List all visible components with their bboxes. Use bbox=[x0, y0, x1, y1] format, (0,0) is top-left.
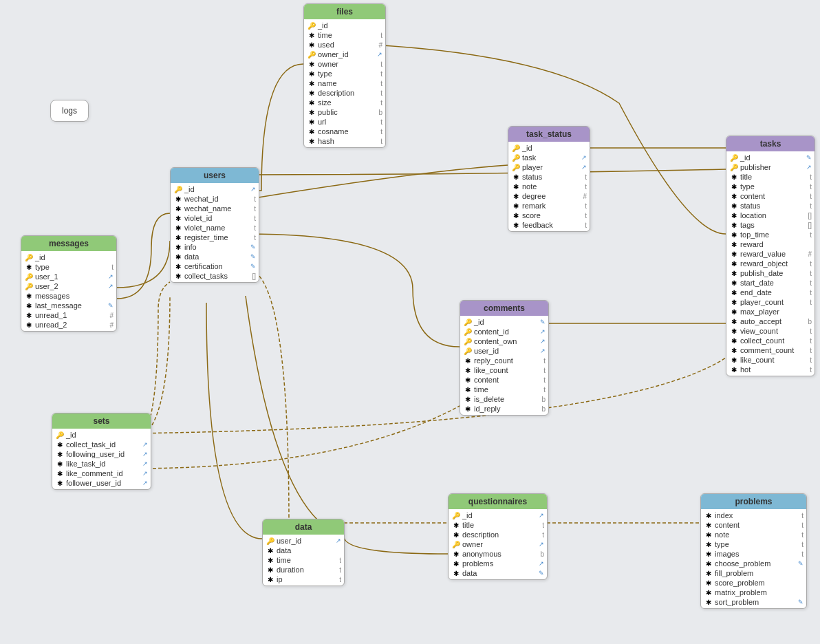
task-status-header: task_status bbox=[508, 127, 590, 142]
bullet-icon: ✱ bbox=[266, 576, 275, 583]
bullet-icon: ✱ bbox=[463, 367, 473, 374]
fk-arrow-icon: ↗ bbox=[108, 273, 114, 280]
fk-icon: 🔑 bbox=[729, 164, 739, 171]
table-row: ✱info✎ bbox=[171, 242, 259, 252]
table-row: ✱like_task_id↗ bbox=[52, 459, 151, 469]
fk-arrow-icon: ↗ bbox=[581, 154, 587, 161]
table-row: 🔑content_own↗ bbox=[460, 336, 548, 346]
messages-body: 🔑_id ✱typet 🔑user_1↗ 🔑user_2↗ ✱messages … bbox=[21, 251, 116, 331]
fk-icon: 🔑 bbox=[463, 328, 473, 336]
table-row: ✱data bbox=[263, 546, 344, 555]
data-table: data 🔑user_id↗ ✱data ✱timet ✱durationt ✱… bbox=[262, 519, 345, 586]
table-row: ✱violet_namet bbox=[171, 223, 259, 233]
bullet-icon: ✱ bbox=[704, 599, 713, 606]
edit-icon: ✎ bbox=[806, 154, 812, 161]
table-row: ✱typet bbox=[304, 69, 385, 78]
table-row: ✱like_countt bbox=[460, 365, 548, 375]
fk-arrow-icon: ↗ bbox=[540, 338, 546, 345]
table-row: 🔑_id bbox=[304, 21, 385, 30]
table-row: ✱descriptiont bbox=[449, 530, 547, 539]
table-row: ✱publish_datet bbox=[726, 268, 814, 278]
bullet-icon: ✱ bbox=[729, 222, 739, 229]
bullet-icon: ✱ bbox=[729, 289, 739, 297]
table-row: 🔑_id bbox=[508, 143, 590, 153]
bullet-icon: ✱ bbox=[55, 460, 65, 468]
table-row: ✱choose_problem✎ bbox=[701, 559, 806, 568]
messages-table: messages 🔑_id ✱typet 🔑user_1↗ 🔑user_2↗ ✱… bbox=[21, 235, 117, 332]
bullet-icon: ✱ bbox=[511, 212, 521, 219]
bullet-icon: ✱ bbox=[307, 109, 316, 116]
problems-table: problems ✱indext ✱contentt ✱notet ✱typet… bbox=[700, 493, 807, 609]
bullet-icon: ✱ bbox=[307, 61, 316, 68]
fk-arrow-icon: ↗ bbox=[377, 51, 382, 58]
table-row: ✱sort_problem✎ bbox=[701, 597, 806, 607]
bullet-icon: ✱ bbox=[704, 579, 713, 587]
bullet-icon: ✱ bbox=[729, 250, 739, 258]
table-row: ✱comment_countt bbox=[726, 345, 814, 355]
fk-arrow-icon: ↗ bbox=[250, 186, 256, 193]
table-row: 🔑user_id↗ bbox=[460, 346, 548, 356]
edit-icon: ✎ bbox=[539, 570, 544, 577]
bullet-icon: ✱ bbox=[729, 328, 739, 335]
users-table: users 🔑_id↗ ✱wechat_idt ✱wechat_namet ✱v… bbox=[170, 167, 259, 283]
bullet-icon: ✱ bbox=[55, 451, 65, 458]
bullet-icon: ✱ bbox=[24, 321, 34, 329]
fk-icon: 🔑 bbox=[451, 541, 461, 548]
bullet-icon: ✱ bbox=[307, 128, 316, 136]
bullet-icon: ✱ bbox=[173, 224, 183, 232]
table-row: ✱notet bbox=[701, 530, 806, 539]
table-row: ✱durationt bbox=[263, 565, 344, 575]
table-row: ✱scoret bbox=[508, 211, 590, 220]
table-row: ✱messages bbox=[21, 291, 116, 301]
table-row: ✱wechat_namet bbox=[171, 204, 259, 213]
table-row: ✱view_countt bbox=[726, 326, 814, 336]
bullet-icon: ✱ bbox=[173, 272, 183, 280]
table-row: ✱max_player bbox=[726, 307, 814, 316]
bullet-icon: ✱ bbox=[729, 183, 739, 191]
edit-icon: ↗ bbox=[539, 512, 544, 519]
table-row: ✱used# bbox=[304, 40, 385, 50]
table-row: 🔑_id↗ bbox=[171, 184, 259, 194]
table-row: 🔑owner_id↗ bbox=[304, 50, 385, 59]
table-row: ✱fill_problem bbox=[701, 568, 806, 578]
table-row: ✱ipt bbox=[263, 575, 344, 584]
bullet-icon: ✱ bbox=[451, 522, 461, 529]
table-row: ✱namet bbox=[304, 78, 385, 88]
table-row: 🔑user_id↗ bbox=[263, 536, 344, 546]
canvas: logs files 🔑_id ✱timet ✱used# 🔑owner_id↗… bbox=[0, 0, 820, 644]
table-row: ✱data✎ bbox=[449, 568, 547, 578]
fk-arrow-icon: ↗ bbox=[142, 480, 148, 486]
table-row: ✱top_timet bbox=[726, 230, 814, 239]
bullet-icon: ✱ bbox=[55, 470, 65, 477]
table-row: ✱hott bbox=[726, 365, 814, 374]
fk-arrow-icon: ↗ bbox=[108, 283, 114, 290]
task-status-body: 🔑_id 🔑task↗ 🔑player↗ ✱statust ✱notet ✱de… bbox=[508, 142, 590, 231]
key-icon: 🔑 bbox=[307, 51, 316, 58]
table-row: ✱violet_idt bbox=[171, 213, 259, 223]
task-status-table: task_status 🔑_id 🔑task↗ 🔑player↗ ✱status… bbox=[508, 126, 590, 232]
bullet-icon: ✱ bbox=[729, 270, 739, 277]
table-row: ✱score_problem bbox=[701, 578, 806, 588]
bullet-icon: ✱ bbox=[729, 231, 739, 239]
fk-icon: 🔑 bbox=[24, 283, 34, 290]
table-row: 🔑_id↗ bbox=[449, 511, 547, 520]
bullet-icon: ✱ bbox=[463, 405, 473, 413]
bullet-icon: ✱ bbox=[463, 386, 473, 394]
table-row: ✱cosnamet bbox=[304, 127, 385, 136]
bullet-icon: ✱ bbox=[307, 41, 316, 49]
bullet-icon: ✱ bbox=[729, 347, 739, 354]
bullet-icon: ✱ bbox=[729, 318, 739, 325]
key-icon: 🔑 bbox=[55, 431, 65, 439]
key-icon: 🔑 bbox=[451, 512, 461, 519]
table-row: ✱typet bbox=[21, 262, 116, 272]
bullet-icon: ✱ bbox=[307, 80, 316, 87]
bullet-icon: ✱ bbox=[729, 356, 739, 364]
comments-table: comments 🔑_id✎ 🔑content_id↗ 🔑content_own… bbox=[460, 300, 549, 416]
bullet-icon: ✱ bbox=[173, 253, 183, 261]
table-row: ✱degree# bbox=[508, 191, 590, 201]
bullet-icon: ✱ bbox=[729, 212, 739, 219]
table-row: ✱collect_task_id↗ bbox=[52, 440, 151, 449]
data-header: data bbox=[263, 519, 344, 535]
table-row: ✱auto_acceptb bbox=[726, 316, 814, 326]
fk-arrow-icon: ↗ bbox=[142, 441, 148, 448]
